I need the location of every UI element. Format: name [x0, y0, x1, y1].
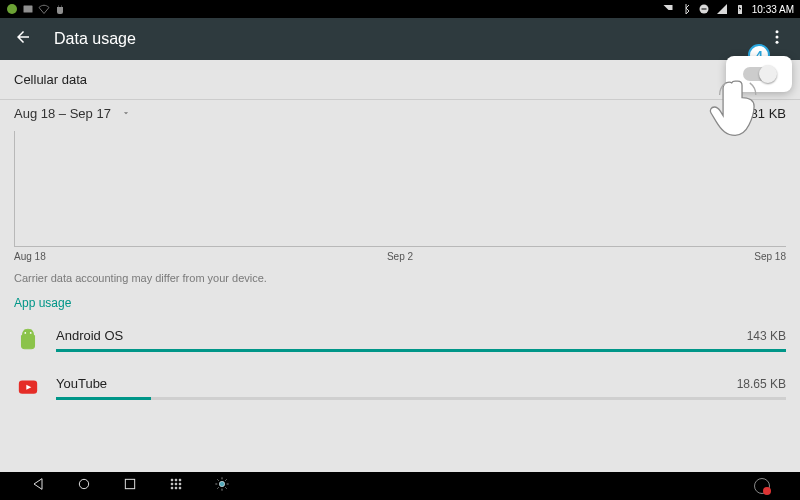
- svg-point-21: [171, 487, 173, 489]
- nav-home-button[interactable]: [76, 476, 92, 496]
- page-title: Data usage: [54, 30, 136, 48]
- usage-bar-fill: [56, 397, 151, 400]
- chart-x-end: Sep 18: [754, 251, 786, 262]
- svg-point-2: [58, 6, 59, 7]
- app-size: 18.65 KB: [737, 377, 786, 391]
- usage-bar: [56, 349, 786, 352]
- screenshot-icon: [22, 3, 34, 15]
- android-icon: [14, 326, 42, 354]
- usage-bar-fill: [56, 349, 786, 352]
- chevron-down-icon: [121, 106, 131, 121]
- svg-point-8: [776, 36, 779, 39]
- app-name: Android OS: [56, 328, 123, 343]
- nav-back-button[interactable]: [30, 476, 46, 496]
- content-area: Cellular data Aug 18 – Sep 17 181 KB Aug…: [0, 60, 800, 472]
- svg-point-18: [171, 483, 173, 485]
- nav-apps-button[interactable]: [168, 476, 184, 496]
- status-time: 10:33 AM: [752, 4, 794, 15]
- usage-chart[interactable]: [14, 131, 786, 247]
- chart-x-labels: Aug 18 Sep 2 Sep 18: [14, 251, 786, 262]
- period-label: Aug 18 – Sep 17: [14, 106, 111, 121]
- svg-point-7: [776, 30, 779, 33]
- svg-point-10: [24, 332, 26, 334]
- hand-pointer-icon: [708, 76, 764, 138]
- svg-point-0: [7, 4, 17, 14]
- svg-rect-1: [24, 6, 33, 13]
- notif-icon: [6, 3, 18, 15]
- svg-point-20: [179, 483, 181, 485]
- app-name: YouTube: [56, 376, 107, 391]
- svg-point-24: [219, 481, 224, 486]
- dnd-icon: [698, 3, 710, 15]
- svg-point-16: [175, 479, 177, 481]
- youtube-icon: [14, 374, 42, 402]
- cast-icon: [662, 3, 674, 15]
- svg-point-22: [175, 487, 177, 489]
- svg-point-23: [179, 487, 181, 489]
- cellular-data-label: Cellular data: [14, 72, 87, 87]
- period-selector[interactable]: Aug 18 – Sep 17 181 KB: [0, 100, 800, 131]
- status-bar: 10:33 AM: [0, 0, 800, 18]
- svg-point-17: [179, 479, 181, 481]
- svg-point-11: [30, 332, 32, 334]
- svg-rect-14: [125, 479, 134, 488]
- usage-bar: [56, 397, 786, 400]
- app-row[interactable]: YouTube 18.65 KB: [0, 366, 800, 406]
- battery-charging-icon: [734, 3, 746, 15]
- nav-settings-shortcut[interactable]: [214, 476, 230, 496]
- section-app-usage: App usage: [0, 290, 800, 318]
- adb-icon: [54, 3, 66, 15]
- nav-recent-button[interactable]: [122, 476, 138, 496]
- wifi-off-icon: [38, 3, 50, 15]
- navigation-bar: [0, 472, 800, 500]
- signal-icon: [716, 3, 728, 15]
- svg-point-9: [776, 41, 779, 44]
- back-button[interactable]: [14, 28, 32, 50]
- chart-x-start: Aug 18: [14, 251, 46, 262]
- cellular-data-row[interactable]: Cellular data: [0, 60, 800, 99]
- svg-point-15: [171, 479, 173, 481]
- app-bar: Data usage: [0, 18, 800, 60]
- app-size: 143 KB: [747, 329, 786, 343]
- app-row[interactable]: Android OS 143 KB: [0, 318, 800, 358]
- svg-rect-5: [701, 9, 706, 10]
- bluetooth-icon: [680, 3, 692, 15]
- carrier-note: Carrier data accounting may differ from …: [0, 262, 800, 290]
- svg-point-19: [175, 483, 177, 485]
- svg-point-13: [79, 479, 88, 488]
- overflow-menu-button[interactable]: [768, 28, 786, 50]
- nav-notification-icon[interactable]: [754, 478, 770, 494]
- svg-point-3: [61, 6, 62, 7]
- chart-x-mid: Sep 2: [387, 251, 413, 262]
